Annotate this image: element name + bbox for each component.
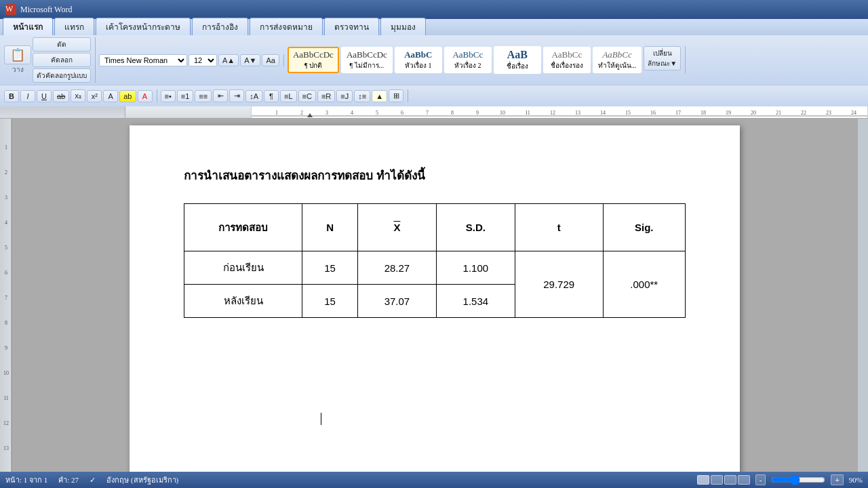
title-bar: W Microsoft Word — [0, 0, 868, 19]
style-gallery: AaBbCcDc ¶ ปกติ AaBbCcDc ¶ ไม่มีการ... A… — [288, 46, 686, 74]
language: อังกฤษ (สหรัฐอเมริกา) — [106, 474, 178, 486]
subscript-button[interactable]: x₂ — [71, 89, 85, 102]
copy-button[interactable]: คัดลอก — [33, 53, 91, 67]
style-normal-preview: AaBbCcDc — [293, 49, 334, 60]
svg-text:12: 12 — [550, 110, 555, 116]
style-heading2[interactable]: AaBbCc หัวเรื่อง 2 — [444, 47, 492, 73]
shading-button[interactable]: ▲ — [372, 90, 387, 102]
superscript-button[interactable]: x² — [87, 90, 102, 102]
align-left-button[interactable]: ≡L — [280, 90, 297, 102]
status-right: - + 90% — [697, 474, 863, 485]
numbering-button[interactable]: ≡1 — [177, 90, 194, 102]
svg-text:10: 10 — [3, 370, 9, 376]
italic-button[interactable]: I — [20, 90, 35, 102]
tab-view[interactable]: มุมมอง — [380, 18, 426, 35]
multilevel-button[interactable]: ≡≡ — [195, 90, 212, 102]
table-header-row: การทดสอบ N X S.D. t Sig. — [184, 204, 686, 251]
web-view-button[interactable] — [724, 475, 736, 485]
highlight-button[interactable]: ab — [119, 90, 136, 102]
cell-n-post: 15 — [302, 285, 358, 318]
outline-view-button[interactable] — [738, 475, 750, 485]
font-color-button[interactable]: A — [138, 90, 153, 102]
full-view-button[interactable] — [711, 475, 723, 485]
cell-x-pre: 28.27 — [357, 251, 436, 285]
font-size-select[interactable]: 12 — [189, 54, 217, 66]
sort-button[interactable]: ↕A — [245, 90, 262, 102]
style-title-preview: AaB — [499, 49, 536, 61]
svg-text:8: 8 — [5, 320, 7, 326]
table-row-pre: ก่อนเรียน 15 28.27 1.100 29.729 .000** — [184, 251, 686, 285]
zoom-in-button[interactable]: + — [831, 474, 843, 485]
cursor-position — [319, 413, 686, 426]
style-normal[interactable]: AaBbCcDc ¶ ปกติ — [288, 47, 339, 73]
underline-button[interactable]: U — [37, 90, 52, 102]
decrease-indent-button[interactable]: ⇤ — [213, 89, 228, 102]
style-heading1[interactable]: AaBbC หัวเรื่อง 1 — [395, 47, 442, 73]
align-center-button[interactable]: ≡C — [298, 90, 316, 102]
shrink-font-button[interactable]: A▼ — [240, 54, 260, 66]
style-no-spacing[interactable]: AaBbCcDc ¶ ไม่มีการ... — [341, 47, 393, 73]
svg-text:15: 15 — [625, 110, 631, 116]
style-subtitle[interactable]: AaBbCc ชื่อเรื่องรอง — [543, 47, 591, 73]
change-styles-button[interactable]: เปลี่ยนลักษณะ▼ — [644, 46, 681, 70]
tab-insert[interactable]: แทรก — [54, 18, 94, 35]
svg-text:5: 5 — [376, 110, 378, 116]
style-emphasis-label: ทำให้ดูเน้น... — [598, 60, 637, 70]
grow-font-button[interactable]: A▲ — [218, 54, 239, 66]
svg-text:10: 10 — [500, 110, 505, 116]
svg-text:8: 8 — [451, 110, 454, 116]
tab-home[interactable]: หน้าแรก — [3, 18, 53, 35]
cell-n-pre: 15 — [302, 251, 358, 285]
strikethrough-button[interactable]: ab — [53, 90, 69, 102]
svg-text:5: 5 — [5, 245, 7, 251]
tab-review[interactable]: ตรวจทาน — [324, 18, 379, 35]
toolbar-row2: B I U ab x₂ x² A ab A ≡• ≡1 ≡≡ ⇤ ⇥ ↕A ¶ … — [0, 85, 868, 106]
svg-text:4: 4 — [5, 220, 7, 226]
svg-text:22: 22 — [801, 110, 806, 116]
line-spacing-button[interactable]: ↕≡ — [354, 90, 370, 102]
svg-text:7: 7 — [426, 110, 429, 116]
paste-label: วาง — [12, 64, 24, 75]
cell-test-post: หลังเรียน — [184, 285, 302, 318]
text-effects-button[interactable]: A — [103, 90, 118, 102]
format-painter-button[interactable]: ตัวคัดลอกรูปแบบ — [33, 68, 91, 83]
style-heading2-preview: AaBbCc — [450, 49, 486, 60]
svg-text:2: 2 — [5, 169, 7, 176]
tab-references[interactable]: การอ้างอิง — [192, 18, 248, 35]
spell-check: ✓ — [90, 476, 96, 485]
tab-marker[interactable] — [307, 113, 313, 117]
svg-text:13: 13 — [575, 110, 580, 116]
ruler-inner: 1 2 3 4 5 6 7 8 9 10 11 12 13 14 15 16 1… — [251, 106, 868, 118]
text-cursor — [321, 413, 321, 425]
show-marks-button[interactable]: ¶ — [264, 90, 279, 102]
bullets-button[interactable]: ≡• — [161, 90, 176, 102]
zoom-out-button[interactable]: - — [755, 474, 766, 485]
svg-text:4: 4 — [351, 110, 353, 116]
bold-button[interactable]: B — [4, 90, 19, 102]
svg-text:11: 11 — [525, 110, 530, 116]
ruler-ticks: 1 2 3 4 5 6 7 8 9 10 11 12 13 14 15 16 1… — [252, 106, 867, 118]
style-subtitle-preview: AaBbCc — [549, 49, 585, 60]
style-emphasis[interactable]: AaBbCc ทำให้ดูเน้น... — [593, 47, 642, 73]
align-right-button[interactable]: ≡R — [317, 90, 335, 102]
view-buttons — [697, 475, 750, 485]
print-view-button[interactable] — [697, 475, 709, 485]
paste-button[interactable]: 📋 — [4, 45, 31, 64]
svg-text:16: 16 — [650, 110, 656, 116]
tab-layout[interactable]: เค้าโครงหน้ากระดาษ — [96, 18, 191, 35]
scrollbar[interactable] — [857, 119, 868, 488]
change-case-button[interactable]: Aa — [262, 54, 279, 66]
tab-mailings[interactable]: การส่งจดหมาย — [250, 18, 323, 35]
document-area[interactable]: การนำเสนอตารางแสดงผลการทดสอบ ทำได้ดังนี้… — [12, 119, 857, 488]
style-no-spacing-preview: AaBbCcDc — [347, 49, 387, 60]
zoom-slider[interactable] — [771, 474, 825, 485]
style-subtitle-label: ชื่อเรื่องรอง — [549, 60, 585, 70]
justify-button[interactable]: ≡J — [336, 90, 353, 102]
style-title[interactable]: AaB ชื่อเรื่อง — [494, 46, 541, 74]
app-title: Microsoft Word — [20, 5, 72, 15]
document-title: การนำเสนอตารางแสดงผลการทดสอบ ทำได้ดังนี้ — [184, 166, 686, 184]
borders-button[interactable]: ⊞ — [389, 89, 403, 102]
cut-button[interactable]: ตัด — [33, 37, 91, 52]
font-name-select[interactable]: Times New Roman — [99, 54, 187, 66]
increase-indent-button[interactable]: ⇥ — [229, 89, 244, 102]
